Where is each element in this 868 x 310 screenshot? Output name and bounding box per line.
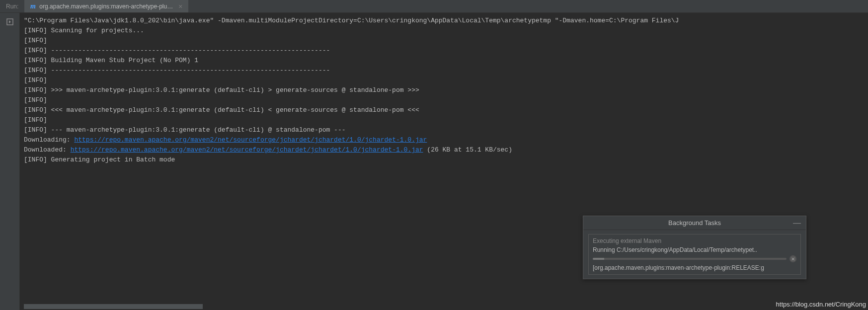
- console-line: [INFO] >>> maven-archetype-plugin:3.0.1:…: [24, 85, 864, 95]
- tab-title: org.apache.maven.plugins:maven-archetype…: [39, 3, 174, 10]
- bg-tasks-title: Background Tasks: [668, 219, 721, 227]
- background-tasks-panel: Background Tasks — Executing external Ma…: [583, 216, 806, 279]
- run-label: Run:: [0, 0, 24, 12]
- bg-tasks-header: Background Tasks —: [583, 216, 806, 230]
- console-line: [INFO] ---------------------------------…: [24, 66, 864, 76]
- console-line: [INFO] --- maven-archetype-plugin:3.0.1:…: [24, 125, 864, 135]
- task-title: Executing external Maven: [593, 237, 796, 244]
- progress-fill: [593, 258, 604, 260]
- cancel-task-icon[interactable]: ✕: [789, 255, 796, 262]
- run-tab[interactable]: m org.apache.maven.plugins:maven-archety…: [24, 0, 188, 12]
- console-line: [INFO]: [24, 76, 864, 85]
- console-line: [INFO] <<< maven-archetype-plugin:3.0.1:…: [24, 105, 864, 115]
- task-subtitle: Running C:/Users/cringkong/AppData/Local…: [593, 246, 796, 253]
- task-block: Executing external Maven Running C:/User…: [588, 234, 801, 275]
- maven-icon: m: [29, 3, 36, 10]
- console-line: [INFO]: [24, 95, 864, 105]
- console-line: Downloading: https://repo.maven.apache.o…: [24, 135, 864, 145]
- console-link[interactable]: https://repo.maven.apache.org/maven2/net…: [74, 136, 427, 144]
- close-icon[interactable]: ×: [177, 2, 183, 10]
- progress-row: ✕: [593, 255, 796, 262]
- task-detail: [org.apache.maven.plugins:maven-archetyp…: [593, 264, 796, 271]
- bg-tasks-body: Executing external Maven Running C:/User…: [583, 230, 806, 279]
- console-link[interactable]: https://repo.maven.apache.org/maven2/net…: [71, 146, 423, 154]
- horizontal-scrollbar[interactable]: [24, 304, 203, 309]
- console-line: "C:\Program Files\Java\jdk1.8.0_202\bin\…: [24, 16, 864, 26]
- watermark: https://blog.csdn.net/CringKong: [776, 301, 866, 308]
- console-line: [INFO] Building Maven Stub Project (No P…: [24, 56, 864, 66]
- progress-bar: [593, 258, 787, 260]
- rerun-icon[interactable]: [4, 16, 16, 28]
- console-output[interactable]: "C:\Program Files\Java\jdk1.8.0_202\bin\…: [24, 16, 864, 165]
- console-line: [INFO] Generating project in Batch mode: [24, 155, 864, 165]
- console-line: [INFO]: [24, 115, 864, 125]
- gutter: [0, 13, 20, 310]
- top-bar: Run: m org.apache.maven.plugins:maven-ar…: [0, 0, 868, 13]
- minimize-icon[interactable]: —: [793, 221, 801, 226]
- console-line: [INFO] Scanning for projects...: [24, 26, 864, 36]
- console-line: Downloaded: https://repo.maven.apache.or…: [24, 145, 864, 155]
- console-line: [INFO]: [24, 36, 864, 46]
- console-line: [INFO] ---------------------------------…: [24, 46, 864, 56]
